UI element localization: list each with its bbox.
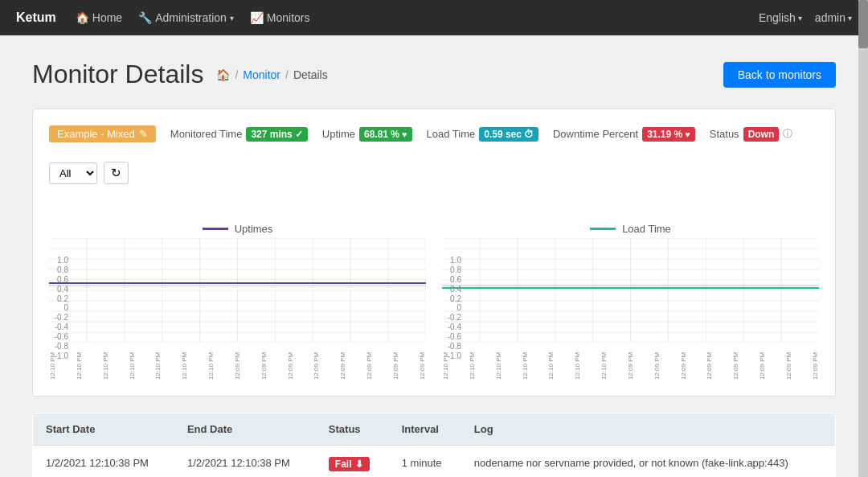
home-icon: 🏠 <box>76 11 89 24</box>
time-filter-select[interactable]: All 1h 6h 24h <box>49 162 97 184</box>
cell-interval: 1 minute <box>389 446 461 478</box>
monitored-time-stat: Monitored Time 327 mins ✓ <box>170 127 308 142</box>
breadcrumb-home[interactable]: 🏠 <box>216 68 230 81</box>
downtime-stat: Downtime Percent 31.19 % ♥ <box>553 127 695 142</box>
nav-administration[interactable]: 🔧 Administration ▾ <box>138 11 234 24</box>
uptime-badge: 68.81 % ♥ <box>359 127 412 142</box>
breadcrumb-current: Details <box>293 68 328 81</box>
info-icon: ⓘ <box>783 127 792 141</box>
uptimes-chart-area: 12:10 PM 12:10 PM 12:10 PM 12:10 PM 12:1… <box>49 238 426 380</box>
nav-monitors[interactable]: 📈 Monitors <box>250 11 310 24</box>
check-icon: ✓ <box>295 129 303 140</box>
col-end-date: End Date <box>174 413 316 446</box>
status-stat: Status Down ⓘ <box>710 127 793 142</box>
uptimes-svg <box>49 238 426 343</box>
chart-icon: 📈 <box>250 11 264 24</box>
cell-start-date: 1/2/2021 12:10:38 PM <box>33 446 174 478</box>
scrollbar-track[interactable] <box>858 0 868 477</box>
chevron-down-icon: ▾ <box>848 14 852 23</box>
breadcrumb-sep: / <box>235 68 238 81</box>
cell-log: nodename nor servname provided, or not k… <box>461 446 836 478</box>
loadtime-chart: Load Time 1.0 0.8 0.6 0.4 0.2 0 -0.2 -0.… <box>442 223 819 380</box>
table-header-row: Start Date End Date Status Interval Log <box>33 413 836 446</box>
monitor-card: Example - Mixed ✎ Monitored Time 327 min… <box>32 109 836 397</box>
broken-heart-icon: ♥ <box>685 130 690 139</box>
loadtime-legend: Load Time <box>442 223 819 235</box>
wrench-icon: 🔧 <box>138 11 152 24</box>
title-group: Monitor Details 🏠 / Monitor / Details <box>32 60 328 89</box>
breadcrumb-monitor-link[interactable]: Monitor <box>243 68 280 81</box>
loadtime-chart-area: 12:10 PM 12:10 PM 12:10 PM 12:10 PM 12:1… <box>442 238 819 380</box>
breadcrumb: 🏠 / Monitor / Details <box>216 68 327 81</box>
download-icon: ⬇ <box>355 458 363 470</box>
uptime-stat: Uptime 68.81 % ♥ <box>322 127 412 142</box>
table-row: 1/2/2021 12:10:38 PM1/2/2021 12:10:38 PM… <box>33 446 836 478</box>
col-start-date: Start Date <box>33 413 174 446</box>
col-log: Log <box>461 413 836 446</box>
refresh-button[interactable]: ↻ <box>104 162 129 184</box>
load-time-stat: Load Time 0.59 sec ⏱ <box>427 127 538 142</box>
heart-icon: ♥ <box>402 130 407 139</box>
loadtime-legend-line <box>590 228 616 230</box>
brand[interactable]: Ketum <box>16 10 56 25</box>
monitored-time-badge: 327 mins ✓ <box>246 127 307 142</box>
stats-bar: Example - Mixed ✎ Monitored Time 327 min… <box>49 125 792 142</box>
nav-home[interactable]: 🏠 Home <box>76 11 122 24</box>
monitor-name-badge[interactable]: Example - Mixed ✎ <box>49 125 156 142</box>
nav-links: 🏠 Home 🔧 Administration ▾ 📈 Monitors <box>76 11 739 24</box>
nav-right: English ▾ admin ▾ <box>759 11 852 24</box>
back-to-monitors-button[interactable]: Back to monitors <box>723 62 836 88</box>
status-badge: Down <box>743 127 780 142</box>
loadtime-xaxis: 12:10 PM 12:10 PM 12:10 PM 12:10 PM 12:1… <box>442 344 819 380</box>
col-interval: Interval <box>389 413 461 446</box>
uptimes-chart: Uptimes 1.0 0.8 0.6 0.4 0.2 0 -0.2 -0.4 … <box>49 223 426 380</box>
page-title: Monitor Details <box>32 60 203 89</box>
user-menu[interactable]: admin ▾ <box>815 11 852 24</box>
chart-controls: All 1h 6h 24h ↻ <box>49 162 129 184</box>
scrollbar-thumb[interactable] <box>858 0 868 48</box>
uptimes-legend: Uptimes <box>49 223 426 235</box>
edit-icon: ✎ <box>139 128 148 140</box>
charts-row: Uptimes 1.0 0.8 0.6 0.4 0.2 0 -0.2 -0.4 … <box>49 223 819 380</box>
log-table: Start Date End Date Status Interval Log … <box>32 413 836 477</box>
page-container: Monitor Details 🏠 / Monitor / Details Ba… <box>0 35 868 477</box>
uptimes-legend-line <box>203 228 228 230</box>
chevron-down-icon: ▾ <box>798 14 802 23</box>
downtime-badge: 31.19 % ♥ <box>642 127 695 142</box>
load-time-badge: 0.59 sec ⏱ <box>479 127 538 142</box>
fail-badge: Fail ⬇ <box>329 457 370 471</box>
page-header: Monitor Details 🏠 / Monitor / Details Ba… <box>32 60 836 89</box>
cell-end-date: 1/2/2021 12:10:38 PM <box>174 446 316 478</box>
cell-status: Fail ⬇ <box>316 446 389 478</box>
uptimes-xaxis: 12:10 PM 12:10 PM 12:10 PM 12:10 PM 12:1… <box>49 344 426 380</box>
language-selector[interactable]: English ▾ <box>759 11 802 24</box>
col-status: Status <box>316 413 389 446</box>
clock-icon: ⏱ <box>524 129 534 140</box>
breadcrumb-sep-2: / <box>285 68 289 81</box>
chevron-down-icon: ▾ <box>230 14 234 23</box>
navbar: Ketum 🏠 Home 🔧 Administration ▾ 📈 Monito… <box>0 0 868 35</box>
loadtime-svg <box>442 238 819 343</box>
